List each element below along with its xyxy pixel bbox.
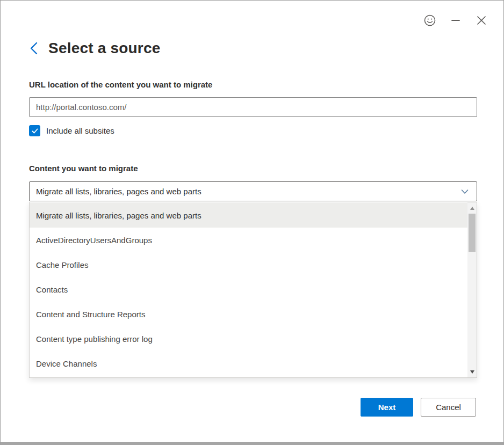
dropdown-option-activedirectory[interactable]: ActiveDirectoryUsersAndGroups — [30, 228, 467, 252]
include-subsites-checkbox-row[interactable]: Include all subsites — [29, 125, 114, 136]
content-field-label: Content you want to migrate — [29, 164, 138, 173]
close-icon[interactable] — [474, 13, 488, 27]
page-title: Select a source — [48, 40, 160, 57]
dropdown-option-content-type-error-log[interactable]: Content type publishing error log — [30, 326, 467, 351]
content-combobox[interactable]: Migrate all lists, libraries, pages and … — [29, 181, 477, 201]
dialog-window: Select a source URL location of the cont… — [0, 0, 504, 445]
url-input[interactable] — [29, 97, 477, 117]
include-subsites-checkbox[interactable] — [29, 125, 40, 136]
dropdown-option-content-structure-reports[interactable]: Content and Structure Reports — [30, 302, 467, 326]
footer-actions: Next Cancel — [361, 398, 476, 417]
chevron-down-icon — [460, 187, 469, 196]
titlebar-controls — [423, 13, 488, 27]
combobox-selected-value: Migrate all lists, libraries, pages and … — [36, 187, 460, 196]
cancel-button[interactable]: Cancel — [421, 398, 476, 417]
dropdown-option-cache-profiles[interactable]: Cache Profiles — [30, 252, 467, 277]
checkmark-icon — [31, 127, 39, 135]
minimize-icon[interactable] — [449, 13, 463, 27]
dropdown-option-contacts[interactable]: Contacts — [30, 277, 467, 302]
dropdown-options: Migrate all lists, libraries, pages and … — [30, 202, 467, 377]
dropdown-scrollbar[interactable] — [467, 202, 477, 377]
scroll-up-icon[interactable] — [467, 203, 477, 213]
back-chevron-icon[interactable] — [29, 39, 42, 57]
scrollbar-thumb[interactable] — [469, 214, 476, 252]
dropdown-option-device-channels[interactable]: Device Channels — [30, 351, 467, 376]
content-dropdown-list: Migrate all lists, libraries, pages and … — [29, 202, 477, 378]
dropdown-option-migrate-all[interactable]: Migrate all lists, libraries, pages and … — [30, 203, 467, 228]
include-subsites-label: Include all subsites — [46, 126, 114, 135]
next-button[interactable]: Next — [361, 398, 413, 417]
scroll-down-icon[interactable] — [467, 367, 477, 376]
feedback-smiley-icon[interactable] — [423, 13, 437, 27]
page-header: Select a source — [29, 39, 160, 57]
url-field-label: URL location of the content you want to … — [29, 80, 212, 89]
